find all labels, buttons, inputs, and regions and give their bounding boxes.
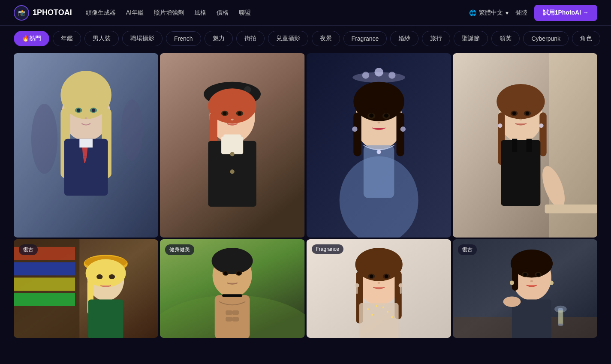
svg-point-51 <box>377 122 380 123</box>
svg-point-97 <box>237 271 241 275</box>
logo-text: 1PHOTOAI <box>33 8 72 17</box>
filter-tab-yearbook[interactable]: 年鑑 <box>53 31 81 46</box>
svg-point-37 <box>388 72 395 78</box>
svg-rect-73 <box>14 262 75 276</box>
svg-rect-112 <box>356 287 358 294</box>
svg-rect-130 <box>558 310 563 324</box>
svg-rect-59 <box>512 139 517 152</box>
svg-rect-60 <box>526 139 531 152</box>
image-card-2[interactable] <box>160 53 304 238</box>
svg-point-50 <box>384 113 388 117</box>
svg-rect-90 <box>232 310 239 315</box>
filter-tab-hot[interactable]: 🔥熱門 <box>14 31 49 46</box>
svg-point-96 <box>224 271 227 275</box>
card-badge-6: 健身健美 <box>165 244 194 255</box>
image-card-8[interactable]: 復古 <box>453 239 597 338</box>
svg-rect-57 <box>539 112 546 156</box>
nav-link-yearbook[interactable]: AI年鑑 <box>126 9 144 17</box>
svg-point-46 <box>400 126 405 132</box>
svg-point-127 <box>503 296 521 307</box>
language-selector[interactable]: 🌐 繁體中文 ▾ <box>469 9 509 17</box>
filter-tab-linkedin[interactable]: 領英 <box>491 31 520 46</box>
svg-point-107 <box>387 311 388 313</box>
nav-link-pricing[interactable]: 價格 <box>217 9 229 17</box>
image-card-1[interactable] <box>14 53 158 238</box>
image-card-4[interactable] <box>453 53 597 238</box>
image-card-3[interactable] <box>307 53 451 238</box>
filter-tab-children[interactable]: 兒童攝影 <box>268 31 308 46</box>
filter-tab-mens[interactable]: 男人裝 <box>84 31 119 46</box>
svg-point-109 <box>371 314 373 316</box>
filter-tab-french[interactable]: French <box>166 31 201 46</box>
svg-point-27 <box>230 169 235 174</box>
nav-link-style[interactable]: 風格 <box>194 9 206 17</box>
svg-point-110 <box>391 316 393 318</box>
svg-point-106 <box>376 305 377 307</box>
svg-rect-40 <box>353 112 361 156</box>
logo-icon: 📸 <box>14 5 29 21</box>
svg-point-118 <box>384 274 388 278</box>
svg-rect-92 <box>232 317 239 321</box>
nav-link-affiliate[interactable]: 聯盟 <box>239 9 251 17</box>
filter-tab-street[interactable]: 街拍 <box>236 31 265 46</box>
svg-point-119 <box>377 282 380 284</box>
svg-rect-41 <box>396 112 404 156</box>
globe-icon: 🌐 <box>469 9 476 16</box>
filter-tab-charm[interactable]: 魅力 <box>205 31 233 46</box>
svg-point-108 <box>382 307 384 308</box>
svg-point-68 <box>519 119 522 120</box>
svg-rect-104 <box>359 303 398 338</box>
svg-point-16 <box>121 99 143 161</box>
svg-point-117 <box>370 274 373 278</box>
logo[interactable]: 📸 1PHOTOAI <box>14 5 72 21</box>
chevron-down-icon: ▾ <box>506 9 509 16</box>
card-badge-5: 復古 <box>19 244 38 255</box>
svg-point-63 <box>539 123 543 128</box>
filter-tab-cyberpunk[interactable]: Cyberpunk <box>523 31 569 46</box>
image-card-6[interactable]: 健身健美 <box>160 239 304 338</box>
svg-point-45 <box>352 126 357 132</box>
svg-rect-89 <box>226 310 232 315</box>
svg-point-105 <box>367 308 369 310</box>
nav-link-enhancer[interactable]: 照片增強劑 <box>154 9 184 17</box>
svg-rect-88 <box>215 295 250 338</box>
svg-point-125 <box>512 261 530 270</box>
image-grid: 復古 <box>0 51 611 340</box>
filter-tab-workplace[interactable]: 職場攝影 <box>122 31 163 46</box>
svg-rect-75 <box>14 293 75 306</box>
lang-label: 繁體中文 <box>479 9 503 17</box>
image-card-7[interactable]: Fragrance <box>307 239 451 338</box>
svg-point-136 <box>536 273 540 276</box>
svg-point-83 <box>109 274 115 279</box>
svg-point-26 <box>230 152 235 156</box>
filter-tab-christmas[interactable]: 聖誕節 <box>454 31 488 46</box>
filter-tab-travel[interactable]: 旅行 <box>422 31 450 46</box>
cta-button[interactable]: 試用1PhotoAI → <box>534 5 597 21</box>
filter-tab-wedding[interactable]: 婚紗 <box>390 31 418 46</box>
card-badge-8: 復古 <box>458 244 477 255</box>
filter-tab-night[interactable]: 夜景 <box>312 31 340 46</box>
svg-point-132 <box>549 281 554 285</box>
filter-bar: 🔥熱門 年鑑 男人裝 職場攝影 French 魅力 街拍 兒童攝影 夜景 Fra… <box>0 26 611 51</box>
svg-rect-74 <box>14 277 75 291</box>
svg-point-87 <box>212 248 253 274</box>
svg-rect-69 <box>545 205 597 213</box>
svg-point-67 <box>525 111 529 115</box>
svg-point-62 <box>498 123 502 128</box>
svg-rect-25 <box>223 134 241 143</box>
login-button[interactable]: 登陸 <box>515 9 527 17</box>
svg-point-44 <box>376 150 381 154</box>
svg-point-111 <box>355 283 359 288</box>
svg-rect-93 <box>222 294 242 297</box>
nav-right: 🌐 繁體中文 ▾ 登陸 試用1PhotoAI → <box>469 5 597 21</box>
svg-point-31 <box>238 111 241 115</box>
image-card-5[interactable]: 復古 <box>14 239 158 338</box>
filter-tab-character[interactable]: 角色 <box>572 31 600 46</box>
svg-rect-91 <box>226 317 232 321</box>
nav-link-headshot[interactable]: 頭像生成器 <box>86 9 116 17</box>
filter-tab-fragrance[interactable]: Fragrance <box>343 31 387 46</box>
svg-point-15 <box>31 104 57 174</box>
svg-point-36 <box>374 68 383 76</box>
svg-point-137 <box>530 280 533 282</box>
svg-point-131 <box>510 281 514 285</box>
